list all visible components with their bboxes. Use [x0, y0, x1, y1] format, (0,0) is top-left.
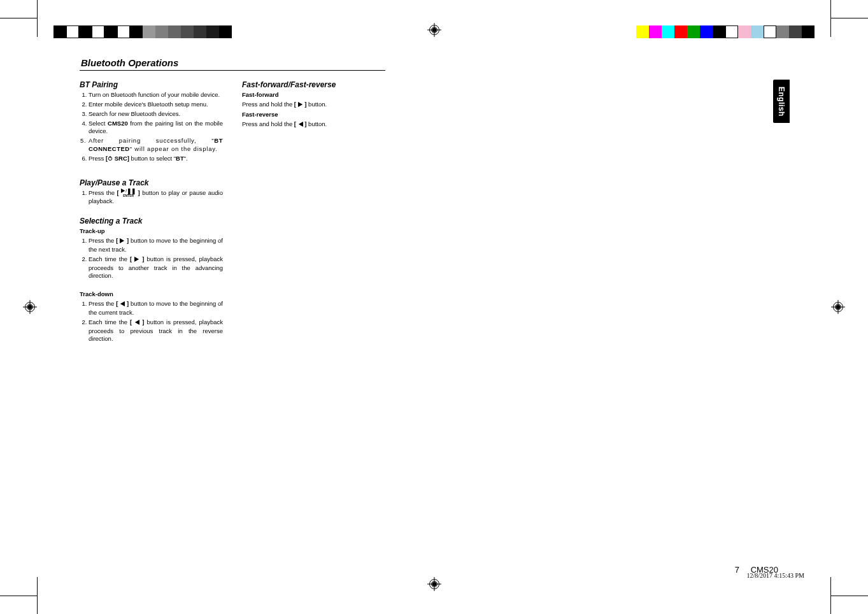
trackdown-step: Press the [ ] button to move to the begi… — [89, 300, 223, 317]
crop-mark — [37, 0, 38, 37]
pairing-steps: Turn on Bluetooth function of your mobil… — [80, 91, 223, 164]
text: Press the — [89, 300, 116, 307]
fast-forward-icon — [298, 101, 303, 110]
svg-marker-3 — [120, 238, 124, 243]
svg-marker-2 — [121, 189, 125, 193]
crop-mark — [37, 577, 38, 614]
trackdown-step: Each time the [ ] button is pressed, pla… — [89, 318, 223, 343]
ff-label: Fast-forward — [242, 91, 385, 99]
column-1: BT Pairing Turn on Bluetooth function of… — [80, 80, 223, 350]
column-2: Fast-forward/Fast-reverse Fast-forward P… — [242, 80, 385, 350]
columns: BT Pairing Turn on Bluetooth function of… — [80, 80, 790, 350]
pair-step: Select CMS20 from the pairing list on th… — [89, 120, 223, 136]
page-content: Bluetooth Operations BT Pairing Turn on … — [80, 57, 790, 580]
trackup-step: Press the [ ] button to move to the begi… — [89, 237, 223, 254]
text: Press the — [89, 237, 116, 244]
crop-mark — [831, 18, 868, 18]
fr-line: Press and hold the [ ] button. — [242, 120, 385, 129]
fr-label: Fast-reverse — [242, 111, 385, 119]
next-track-icon — [120, 238, 125, 246]
button-bracket: ] — [139, 318, 144, 325]
page-number: 7 — [735, 565, 739, 575]
heading-bt-pairing: BT Pairing — [80, 80, 223, 90]
trackup-label: Track-up — [80, 227, 223, 236]
text: Each time the — [89, 255, 130, 262]
pause-icon: ❚❚ — [127, 189, 136, 193]
text: Press — [89, 155, 106, 162]
pair-step: Turn on Bluetooth function of your mobil… — [89, 91, 223, 99]
play-icon — [121, 189, 125, 193]
text: Each time the — [89, 318, 130, 325]
enter-label: ENTER — [123, 194, 134, 197]
section-rule — [80, 70, 385, 71]
text: Press the — [89, 189, 117, 196]
model-name: CMS20 — [108, 120, 128, 127]
text: " will appear on the display. — [130, 145, 218, 152]
text: After pairing successfully, " — [89, 137, 214, 144]
text: Press and hold the — [242, 120, 294, 127]
trackup-steps: Press the [ ] button to move to the begi… — [80, 237, 223, 280]
svg-marker-4 — [134, 257, 139, 262]
svg-marker-7 — [298, 102, 302, 107]
print-timestamp: 12/8/2017 4:15:43 PM — [746, 572, 804, 579]
pair-step: Search for new Bluetooth devices. — [89, 110, 223, 118]
heading-ff-fr: Fast-forward/Fast-reverse — [242, 80, 385, 90]
crop-mark — [0, 18, 37, 18]
trackdown-label: Track-down — [80, 290, 223, 299]
crop-mark — [0, 596, 37, 596]
language-tab: English — [773, 80, 790, 123]
color-bars-left — [53, 25, 232, 38]
text: Press and hold the — [242, 101, 294, 108]
trackdown-steps: Press the [ ] button to move to the begi… — [80, 300, 223, 343]
text: button to select " — [129, 155, 176, 162]
text: button. — [306, 101, 327, 108]
button-bracket: ] — [139, 255, 144, 262]
pair-step: Enter mobile device's Bluetooth setup me… — [89, 101, 223, 109]
play-steps: Press the [ /❚❚ENTER ] button to play or… — [80, 189, 223, 206]
heading-play-pause: Play/Pause a Track — [80, 178, 223, 188]
ff-line: Press and hold the [ ] button. — [242, 101, 385, 110]
registration-mark-icon — [831, 300, 845, 314]
crop-mark — [830, 0, 831, 37]
button-bracket: [ — [130, 318, 134, 325]
section-title: Bluetooth Operations — [81, 57, 790, 68]
trackup-step: Each time the [ ] button is pressed, pla… — [89, 255, 223, 280]
heading-selecting-track: Selecting a Track — [80, 216, 223, 226]
crop-mark — [830, 577, 831, 614]
button-bracket: [ — [130, 255, 134, 262]
text: Select — [89, 120, 108, 127]
color-bars-right — [636, 25, 815, 38]
registration-mark-icon — [427, 23, 441, 37]
pair-step: After pairing successfully, "BT CONNECTE… — [89, 137, 223, 154]
pair-step: Press [ SRC] button to select "BT". — [89, 155, 223, 164]
play-step: Press the [ /❚❚ENTER ] button to play or… — [89, 189, 223, 206]
button-bracket: [ — [117, 189, 121, 196]
prev-track-icon — [120, 301, 125, 309]
text: ". — [184, 155, 188, 162]
mode-name: BT — [176, 155, 184, 162]
crop-mark — [831, 596, 868, 596]
registration-mark-icon — [23, 300, 37, 314]
button-ref: SRC] — [113, 155, 129, 162]
power-icon — [108, 155, 113, 164]
button-bracket: ] — [136, 189, 140, 196]
play-enter-icon: /❚❚ENTER — [121, 189, 136, 197]
text: button. — [306, 120, 327, 127]
fast-reverse-icon — [298, 121, 303, 129]
svg-marker-8 — [298, 122, 302, 127]
